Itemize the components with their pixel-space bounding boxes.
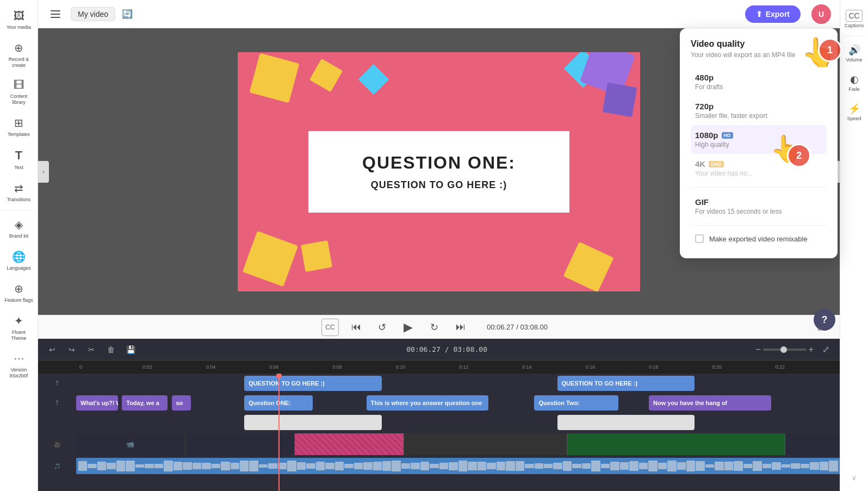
sidebar-item-label: Record & create bbox=[4, 57, 34, 69]
svg-rect-0 bbox=[51, 10, 60, 11]
sidebar-item-label: Fluent Theme bbox=[4, 330, 34, 341]
redo-button[interactable]: ↪ bbox=[64, 342, 79, 357]
export-button[interactable]: ⬆ Export bbox=[745, 5, 801, 23]
tracks-content[interactable]: QUESTION TO GO HERE :) QUESTION TO GO HE… bbox=[76, 374, 840, 491]
quality-option-1080p[interactable]: 1080p HD High quality bbox=[691, 125, 827, 154]
sidebar-item-record-create[interactable]: ⊕ Record & create bbox=[2, 37, 36, 73]
zoom-out-button[interactable]: − bbox=[755, 345, 760, 355]
clip-now-you-have[interactable]: Now you have the hang of bbox=[649, 395, 771, 411]
hd-badge: HD bbox=[722, 132, 733, 139]
shape-blue-diamond-m bbox=[358, 64, 389, 95]
track-label-2: T bbox=[38, 393, 76, 413]
play-button[interactable]: ▶ bbox=[400, 319, 417, 336]
clip-this-is-where[interactable]: This is where you answer question one bbox=[367, 395, 489, 411]
speed-label: Speed bbox=[847, 116, 861, 121]
languages-icon: 🌐 bbox=[12, 250, 26, 263]
ruler-mark: 0:20 bbox=[711, 364, 774, 370]
help-button[interactable]: ? bbox=[814, 309, 835, 331]
quality-option-gif[interactable]: GIF For videos 15 seconds or less bbox=[691, 192, 827, 221]
undo-button[interactable]: ↩ bbox=[45, 342, 60, 357]
save-button[interactable]: 💾 bbox=[123, 342, 138, 357]
autosave-icon: 🔄 bbox=[122, 9, 133, 19]
remixable-label: Make exported video remixable bbox=[709, 235, 808, 243]
expand-timeline-button[interactable]: ⤢ bbox=[818, 342, 833, 357]
clip-today[interactable]: Today, we a bbox=[122, 395, 168, 411]
quality-label-480p: 480p bbox=[695, 73, 714, 82]
track-label-5: 🎵 bbox=[38, 456, 76, 476]
sidebar-item-label: Content library bbox=[4, 94, 34, 105]
fade-panel-item[interactable]: ◐ Fade bbox=[841, 69, 868, 96]
zoom-control: − + bbox=[755, 345, 814, 355]
quality-option-720p[interactable]: 720p Smaller file, faster export bbox=[691, 96, 827, 125]
skip-forward-button[interactable]: ⏭ bbox=[452, 319, 469, 336]
delete-button[interactable]: 🗑 bbox=[103, 342, 119, 357]
speed-icon: ⚡ bbox=[848, 103, 860, 115]
question-card: QUESTION ONE: QUESTION TO GO HERE :) bbox=[308, 131, 569, 213]
sidebar-item-your-media[interactable]: 🖼 Your media bbox=[2, 5, 36, 35]
quality-label-4k: 4K bbox=[695, 159, 705, 169]
menu-button[interactable] bbox=[47, 5, 64, 23]
ruler-mark: 0:22 bbox=[774, 364, 838, 370]
sidebar-item-content-library[interactable]: 🎞 Content library bbox=[2, 74, 36, 110]
shape-yellow-cube-2 bbox=[309, 58, 343, 91]
video-track[interactable]: 📹 bbox=[76, 433, 840, 455]
zoom-slider[interactable] bbox=[763, 349, 807, 351]
your-media-icon: 🖼 bbox=[14, 10, 24, 22]
sidebar-item-version[interactable]: ⋯ Version 8Se2b0f bbox=[2, 347, 36, 383]
empty-clip-1 bbox=[244, 415, 382, 430]
waveform[interactable]: // Generate waveform bars inline for(let… bbox=[76, 458, 840, 474]
captions-panel-item[interactable]: CC Captions bbox=[841, 5, 868, 33]
thumb-segment-green bbox=[567, 433, 785, 455]
thumb-segment bbox=[185, 433, 295, 455]
remixable-checkbox[interactable] bbox=[695, 234, 704, 243]
volume-panel-item[interactable]: 🔊 Volume bbox=[841, 40, 868, 67]
forward-5s-button[interactable]: ↻ bbox=[426, 319, 443, 336]
cut-button[interactable]: ✂ bbox=[84, 342, 99, 357]
collapse-left-button[interactable]: › bbox=[38, 161, 49, 183]
sidebar-item-languages[interactable]: 🌐 Languages bbox=[2, 246, 36, 276]
quality-option-4k[interactable]: 4K UHD Your video has no... bbox=[691, 154, 827, 183]
clip-question-to-go-2[interactable]: QUESTION TO GO HERE :) bbox=[557, 376, 695, 391]
quality-label-gif: GIF bbox=[695, 197, 709, 207]
shape-yellow-cube-tl bbox=[250, 53, 300, 103]
sidebar-item-brand[interactable]: ◈ Brand kit bbox=[2, 214, 36, 244]
speed-panel-item[interactable]: ⚡ Speed bbox=[841, 98, 868, 126]
sidebar-item-templates[interactable]: ⊞ Templates bbox=[2, 112, 36, 142]
captions-label: Captions bbox=[845, 23, 864, 28]
sidebar-item-label: Text bbox=[14, 165, 23, 171]
closed-caption-button[interactable]: CC bbox=[321, 319, 339, 336]
user-avatar[interactable]: U bbox=[811, 4, 831, 24]
quality-desc-720p: Smaller file, faster export bbox=[695, 112, 822, 120]
timeline-ruler: 0 0:02 0:04 0:06 0:08 0:10 0:12 0:14 0:1… bbox=[38, 361, 840, 374]
clip-question-to-go-1[interactable]: QUESTION TO GO HERE :) bbox=[244, 376, 382, 391]
thumb-segment: 📹 bbox=[76, 433, 185, 455]
clip-question-two[interactable]: Question Two: bbox=[534, 395, 618, 411]
version-icon: ⋯ bbox=[14, 352, 24, 365]
sidebar-item-fluent-theme[interactable]: ✦ Fluent Theme bbox=[2, 310, 36, 346]
quality-title: Video quality bbox=[691, 39, 827, 49]
sidebar-item-text[interactable]: T Text bbox=[2, 144, 36, 175]
sidebar-item-label: Templates bbox=[8, 132, 30, 138]
scroll-down-indicator[interactable]: ∨ bbox=[852, 473, 857, 487]
project-title[interactable]: My video bbox=[71, 7, 115, 21]
captions-icon: CC bbox=[846, 10, 862, 22]
track-labels: T T 🎥 🎵 bbox=[38, 374, 76, 491]
sidebar-item-label: Your media bbox=[7, 24, 31, 30]
empty-clip-2 bbox=[557, 415, 695, 430]
clip-so[interactable]: so bbox=[172, 395, 191, 411]
quality-subtitle: Your video will export as an MP4 file bbox=[691, 51, 827, 59]
shape-yellow-cube-bl bbox=[243, 231, 299, 287]
zoom-in-button[interactable]: + bbox=[809, 345, 814, 355]
clip-whatsup[interactable]: What's up?! W bbox=[76, 395, 118, 411]
clip-question-one[interactable]: Question ONE: bbox=[244, 395, 313, 411]
sidebar-item-transitions[interactable]: ⇄ Transitions bbox=[2, 177, 36, 207]
fluent-theme-icon: ✦ bbox=[14, 314, 23, 327]
quality-option-480p[interactable]: 480p For drafts bbox=[691, 67, 827, 96]
header: My video 🔄 ⬆ Export U bbox=[38, 0, 840, 28]
sidebar-item-feature-flags[interactable]: ⊕ Feature flags bbox=[2, 278, 36, 308]
track-row-empty bbox=[76, 413, 840, 432]
skip-back-button[interactable]: ⏮ bbox=[348, 319, 365, 336]
ruler-mark: 0:02 bbox=[141, 364, 204, 370]
right-panel: CC Captions 🔊 Volume ◐ Fade ⚡ Speed ∨ bbox=[840, 0, 868, 491]
rewind-5s-button[interactable]: ↺ bbox=[374, 319, 391, 336]
